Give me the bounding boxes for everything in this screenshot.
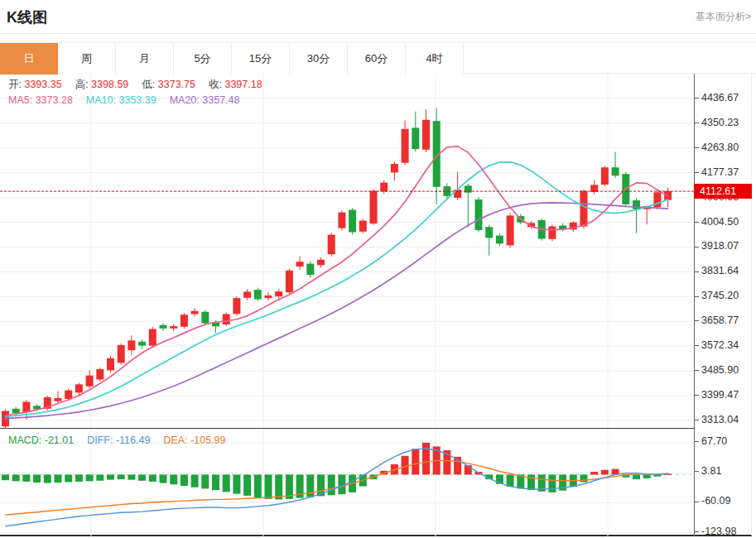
candlestick-chart[interactable] [0, 74, 694, 428]
ohlc-item-3: 收: 3397.18 [209, 79, 262, 90]
ohlc-item-2: 低: 3373.75 [142, 79, 195, 90]
ma-item-1: MA10: 3353.39 [86, 94, 156, 106]
header-divider [0, 33, 756, 34]
price-tick-9: 3658.77 [695, 315, 739, 326]
candlestick-pane[interactable] [0, 74, 694, 428]
price-tick-13: 3313.04 [695, 414, 739, 425]
price-tick-0: 4436.67 [695, 92, 739, 103]
macd-tick-1: 3.81 [695, 465, 721, 477]
macd-legend: MACD: -21.01DIFF: -116.49DEA: -105.99 [8, 435, 238, 446]
ohlc-legend: 开: 3393.35高: 3398.59低: 3373.75收: 3397.18 [8, 78, 276, 92]
price-tick-7: 3831.64 [695, 265, 739, 276]
header: K线图 基本面分析> [0, 0, 756, 33]
tab-interval-7[interactable]: 4时 [406, 43, 464, 74]
price-axis: 4436.674350.234263.804177.374090.934004.… [694, 74, 752, 536]
price-tick-11: 3485.90 [695, 364, 739, 376]
ohlc-item-0: 开: 3393.35 [8, 79, 62, 90]
macd-tick-3: -123.98 [695, 526, 736, 537]
ohlc-item-1: 高: 3398.59 [75, 79, 129, 90]
tab-interval-0[interactable]: 日 [0, 43, 58, 74]
price-tick-2: 4263.80 [695, 142, 739, 153]
fundamental-analysis-link[interactable]: 基本面分析> [696, 10, 751, 24]
current-price-badge: 4112.61 [694, 184, 752, 199]
macd-item-1: DIFF: -116.49 [87, 435, 150, 446]
tab-interval-4[interactable]: 15分 [232, 43, 290, 74]
price-tick-6: 3918.07 [695, 240, 739, 252]
price-tick-3: 4177.37 [695, 166, 739, 178]
price-tick-12: 3399.47 [695, 389, 739, 401]
price-tick-5: 4004.50 [695, 216, 739, 228]
ma-item-2: MA20: 3357.48 [170, 94, 240, 106]
chart-area: 开: 3393.35高: 3398.59低: 3373.75收: 3397.18… [0, 74, 752, 536]
tab-interval-5[interactable]: 30分 [290, 43, 348, 74]
price-tick-10: 3572.34 [695, 339, 739, 351]
macd-tick-0: 67.70 [695, 435, 727, 447]
macd-item-2: DEA: -105.99 [163, 435, 225, 446]
macd-tick-2: -60.09 [695, 495, 730, 507]
tab-interval-2[interactable]: 月 [116, 43, 174, 74]
page-title: K线图 [7, 7, 47, 27]
price-tick-8: 3745.20 [695, 290, 739, 301]
ma-legend: MA5: 3373.28MA10: 3353.39MA20: 3357.48 [8, 94, 253, 106]
macd-item-0: MACD: -21.01 [8, 435, 74, 446]
tab-interval-6[interactable]: 60分 [348, 43, 406, 74]
tab-interval-1[interactable]: 周 [58, 43, 116, 74]
interval-tabbar: 日周月5分15分30分60分4时 [0, 42, 756, 74]
ma-item-0: MA5: 3373.28 [8, 94, 73, 106]
tab-interval-3[interactable]: 5分 [174, 43, 232, 74]
price-tick-1: 4350.23 [695, 117, 739, 128]
